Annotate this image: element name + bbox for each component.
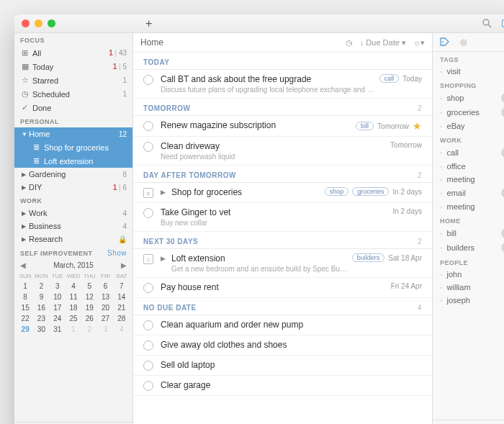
task-row[interactable]: Take Ginger to vetBuy new collarIn 2 day… xyxy=(133,203,432,232)
tag-item-eBay[interactable]: ◦eBay xyxy=(433,119,504,132)
calendar-day[interactable]: 3 xyxy=(97,324,113,335)
calendar-day[interactable]: 11 xyxy=(66,292,81,302)
calendar-day[interactable]: 8 xyxy=(17,292,33,302)
sidebar-item-gardening[interactable]: ▶Gardening8 xyxy=(14,168,132,181)
calendar-day[interactable]: 15 xyxy=(17,302,33,313)
calendar-day[interactable]: 30 xyxy=(33,324,49,335)
task-row[interactable]: s▶Shop for groceriesshopgroceriesIn 2 da… xyxy=(133,183,432,203)
sidebar-item-home[interactable]: ▼Home12 xyxy=(14,127,132,140)
tag-item-call[interactable]: ◦call2 xyxy=(433,145,504,160)
calendar-day[interactable]: 31 xyxy=(50,324,66,335)
task-row[interactable]: Clean drivewayNeed powerwash liquidTomor… xyxy=(133,137,432,166)
calendar-day[interactable]: 23 xyxy=(33,313,49,324)
calendar-day[interactable]: 16 xyxy=(33,302,49,313)
disclosure-triangle-icon[interactable]: ▶ xyxy=(22,236,29,243)
close-button[interactable] xyxy=(22,19,30,27)
tag-item-meeting[interactable]: ◦meeting xyxy=(433,173,504,186)
calendar-day[interactable]: 25 xyxy=(66,313,81,324)
calendar-day[interactable]: 2 xyxy=(81,324,97,335)
task-checkbox[interactable] xyxy=(143,320,153,330)
tag-item-visit[interactable]: ◦visit xyxy=(433,65,504,78)
disclosure-triangle-icon[interactable]: ▶ xyxy=(22,171,29,178)
tag-item-email[interactable]: ◦email1 xyxy=(433,186,504,200)
tag-item-meeting[interactable]: ◦meeting xyxy=(433,200,504,213)
show-link[interactable]: Show xyxy=(107,249,127,257)
calendar-day[interactable]: 3 xyxy=(50,281,66,292)
calendar-day[interactable]: 22 xyxy=(17,313,33,324)
search-icon[interactable] xyxy=(482,19,492,28)
sidebar-item-done[interactable]: ✓Done xyxy=(14,101,132,114)
calendar-day[interactable]: 29 xyxy=(17,324,33,335)
calendar-day[interactable]: 18 xyxy=(66,302,81,313)
task-row[interactable]: Pay house rentFri 24 Apr xyxy=(133,278,432,298)
clock-icon[interactable]: ◷ xyxy=(346,38,353,48)
task-row[interactable]: Give away old clothes and shoes xyxy=(133,335,432,356)
calendar-day[interactable]: 9 xyxy=(33,292,49,302)
calendar-day[interactable]: 28 xyxy=(114,313,130,324)
calendar-day[interactable]: 24 xyxy=(50,313,66,324)
task-checkbox[interactable] xyxy=(143,142,153,152)
task-tag[interactable]: builders xyxy=(352,253,385,262)
task-row[interactable]: Call BT and ask about the free upgradeDi… xyxy=(133,70,432,99)
task-checkbox[interactable] xyxy=(143,208,153,218)
calendar-day[interactable]: 19 xyxy=(81,302,97,313)
calendar-day[interactable]: 20 xyxy=(97,302,113,313)
tag-item-joseph[interactable]: ◦joseph xyxy=(433,294,504,307)
calendar-day[interactable]: 12 xyxy=(81,292,97,302)
calendar-day[interactable]: 17 xyxy=(50,302,66,313)
disclosure-triangle-icon[interactable]: ▶ xyxy=(22,210,29,217)
calendar-day[interactable]: 7 xyxy=(114,281,130,292)
task-checkbox[interactable] xyxy=(143,75,153,85)
sidebar-item-starred[interactable]: ☆Starred1 xyxy=(14,73,132,87)
task-checkbox[interactable] xyxy=(143,121,153,131)
task-tag[interactable]: bill xyxy=(356,122,374,130)
disclosure-triangle-icon[interactable]: ▼ xyxy=(22,131,29,137)
sidebar-item-scheduled[interactable]: ◷Scheduled1 xyxy=(14,87,132,101)
calendar-day[interactable]: 4 xyxy=(114,324,130,335)
sidebar-subitem[interactable]: ≣Shop for groceries xyxy=(14,140,132,154)
sidebar-item-all[interactable]: ⊞All1 | 43 xyxy=(14,46,132,60)
task-tag[interactable]: shop xyxy=(325,187,349,196)
sidebar-item-today[interactable]: ▦Today1 | 5 xyxy=(14,60,132,73)
tag-item-builders[interactable]: ◦builders1 xyxy=(433,240,504,255)
task-checkbox[interactable] xyxy=(143,381,153,391)
tag-item-shop[interactable]: ◦shop1 xyxy=(433,91,504,105)
calendar-day[interactable]: 26 xyxy=(81,313,97,324)
calendar-day[interactable]: 5 xyxy=(81,281,97,292)
calendar-day[interactable]: 27 xyxy=(97,313,113,324)
sort-dropdown[interactable]: ↓ Due Date ▾ xyxy=(360,38,406,48)
task-row[interactable]: Sell old laptop xyxy=(133,356,432,376)
view-options-icon[interactable]: ☼▾ xyxy=(413,38,425,48)
task-checkbox[interactable] xyxy=(143,283,153,293)
cal-prev-button[interactable]: ◀ xyxy=(20,261,26,269)
location-tab-icon[interactable]: ◎ xyxy=(460,37,467,47)
task-row[interactable]: Clear garage xyxy=(133,376,432,396)
zoom-button[interactable] xyxy=(48,19,55,27)
add-button[interactable]: + xyxy=(145,17,152,30)
disclosure-triangle-icon[interactable]: ▶ xyxy=(22,184,29,191)
tag-item-william[interactable]: ◦william xyxy=(433,281,504,294)
tags-tab-icon[interactable] xyxy=(440,37,450,47)
task-list[interactable]: TODAYCall BT and ask about the free upgr… xyxy=(133,53,432,424)
tag-item-bill[interactable]: ◦bill1 xyxy=(433,226,504,240)
calendar-day[interactable]: 2 xyxy=(33,281,49,292)
tag-item-john[interactable]: ◦john xyxy=(433,268,504,281)
calendar-day[interactable]: 14 xyxy=(114,292,130,302)
sidebar-subitem[interactable]: ≣Loft extension xyxy=(14,154,132,168)
cal-next-button[interactable]: ▶ xyxy=(121,261,127,269)
tag-item-office[interactable]: ◦office xyxy=(433,160,504,173)
task-checkbox[interactable] xyxy=(143,361,153,371)
tag-item-groceries[interactable]: ◦groceries1 xyxy=(433,105,504,119)
task-tag[interactable]: groceries xyxy=(352,187,389,196)
calendar-day[interactable]: 1 xyxy=(66,324,81,335)
calendar-day[interactable]: 13 xyxy=(97,292,113,302)
task-checkbox[interactable] xyxy=(143,340,153,351)
disclosure-triangle-icon[interactable]: ▶ xyxy=(22,223,29,230)
calendar-day[interactable]: 6 xyxy=(97,281,113,292)
task-row[interactable]: ⌂▶Loft extensionGet a new bedroom and an… xyxy=(133,249,432,278)
star-icon[interactable]: ★ xyxy=(413,120,422,132)
task-tag[interactable]: call xyxy=(379,74,400,83)
sidebar-item-research[interactable]: ▶Research🔒 xyxy=(14,233,132,245)
sidebar-item-business[interactable]: ▶Business4 xyxy=(14,220,132,233)
calendar-day[interactable]: 1 xyxy=(17,281,33,292)
